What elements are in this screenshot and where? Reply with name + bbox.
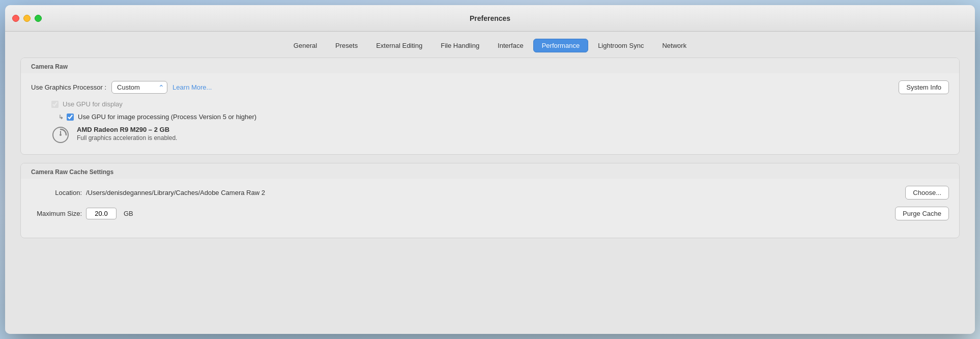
- gpu-name: AMD Radeon R9 M290 – 2 GB: [77, 126, 177, 133]
- window-title: Preferences: [470, 14, 510, 22]
- cache-size-left: Maximum Size: GB: [31, 208, 133, 219]
- max-size-input[interactable]: [86, 208, 117, 219]
- maximize-button[interactable]: [35, 15, 42, 22]
- location-label: Location:: [31, 189, 82, 196]
- content-area: General Presets External Editing File Ha…: [5, 32, 975, 334]
- gpu-processor-left: Use Graphics Processor : Custom Auto Off…: [31, 81, 212, 94]
- close-button[interactable]: [12, 15, 19, 22]
- svg-point-2: [60, 134, 62, 136]
- gpu-select-wrapper: Custom Auto Off ⌃: [111, 81, 167, 94]
- cache-section-body: Location: /Users/denisdegannes/Library/C…: [21, 179, 959, 238]
- tab-file-handling[interactable]: File Handling: [432, 39, 488, 52]
- size-unit: GB: [124, 210, 133, 217]
- gpu-details: AMD Radeon R9 M290 – 2 GB Full graphics …: [77, 126, 177, 142]
- cache-size-row: Maximum Size: GB Purge Cache: [31, 207, 949, 220]
- cache-section: Camera Raw Cache Settings Location: /Use…: [20, 163, 960, 238]
- use-gpu-display-row: Use GPU for display: [31, 100, 949, 108]
- window-controls: [12, 15, 42, 22]
- gpu-icon: [51, 126, 70, 144]
- cache-section-header: Camera Raw Cache Settings: [21, 163, 959, 179]
- gpu-select[interactable]: Custom Auto Off: [111, 81, 167, 94]
- main-area: Camera Raw Use Graphics Processor : Cust…: [5, 58, 975, 334]
- gpu-info: AMD Radeon R9 M290 – 2 GB Full graphics …: [31, 126, 949, 144]
- use-gpu-processing-row: ↳ Use GPU for image processing (Process …: [31, 113, 949, 121]
- camera-raw-body: Use Graphics Processor : Custom Auto Off…: [21, 73, 959, 154]
- indent-arrow-icon: ↳: [59, 114, 64, 121]
- cache-location-left: Location: /Users/denisdegannes/Library/C…: [31, 189, 265, 196]
- learn-more-link[interactable]: Learn More...: [172, 83, 212, 91]
- tab-general[interactable]: General: [285, 39, 326, 52]
- gpu-status: Full graphics acceleration is enabled.: [77, 134, 177, 142]
- gpu-processor-label: Use Graphics Processor :: [31, 83, 106, 91]
- minimize-button[interactable]: [23, 15, 31, 22]
- cache-location-row: Location: /Users/denisdegannes/Library/C…: [31, 186, 949, 200]
- location-value: /Users/denisdegannes/Library/Caches/Adob…: [86, 189, 265, 196]
- tab-performance[interactable]: Performance: [533, 39, 588, 52]
- tab-external-editing[interactable]: External Editing: [367, 39, 431, 52]
- tab-presets[interactable]: Presets: [327, 39, 366, 52]
- max-size-label: Maximum Size:: [31, 210, 82, 217]
- camera-raw-section: Camera Raw Use Graphics Processor : Cust…: [20, 58, 960, 155]
- tab-interface[interactable]: Interface: [489, 39, 532, 52]
- use-gpu-processing-label: Use GPU for image processing (Process Ve…: [78, 113, 256, 121]
- use-gpu-display-label: Use GPU for display: [63, 100, 123, 108]
- tab-lightroom-sync[interactable]: Lightroom Sync: [589, 39, 652, 52]
- tabs-bar: General Presets External Editing File Ha…: [5, 32, 975, 58]
- purge-cache-button[interactable]: Purge Cache: [895, 207, 949, 220]
- choose-button[interactable]: Choose...: [905, 186, 949, 200]
- tab-network[interactable]: Network: [653, 39, 695, 52]
- use-gpu-display-checkbox[interactable]: [51, 101, 59, 108]
- system-info-button[interactable]: System Info: [899, 80, 949, 94]
- titlebar: Preferences: [5, 5, 975, 32]
- preferences-window: Preferences General Presets External Edi…: [5, 5, 975, 334]
- camera-raw-header: Camera Raw: [21, 58, 959, 73]
- use-gpu-processing-checkbox[interactable]: [67, 114, 74, 121]
- gpu-processor-row: Use Graphics Processor : Custom Auto Off…: [31, 80, 949, 94]
